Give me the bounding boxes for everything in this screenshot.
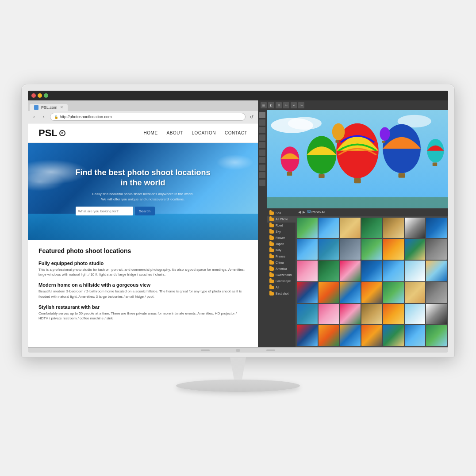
photo-thumb[interactable] — [340, 304, 361, 325]
tool-brush[interactable] — [259, 127, 265, 133]
search-input[interactable] — [76, 207, 133, 215]
sidebar-item-switzerland[interactable]: Switzerland — [267, 272, 296, 278]
forward-button[interactable]: › — [40, 113, 47, 120]
photo-thumb[interactable] — [383, 239, 404, 260]
photo-thumb[interactable] — [361, 239, 382, 260]
refresh-button[interactable]: ↺ — [248, 113, 255, 120]
grid-nav-next[interactable]: ▶ — [303, 210, 305, 214]
photo-thumb[interactable] — [319, 325, 339, 346]
thumb-inner — [383, 218, 404, 238]
search-button[interactable]: Search — [135, 207, 155, 215]
tool-text[interactable] — [259, 134, 265, 141]
sidebar-item-all-photo[interactable]: All Photo — [267, 216, 296, 223]
browser-tab[interactable]: PSL.com ✕ — [30, 104, 68, 111]
thumb-inner — [383, 261, 404, 281]
sidebar-item-best-shot[interactable]: Best shot — [267, 291, 296, 297]
sidebar-item-sky[interactable]: Sky — [267, 229, 296, 235]
tool-pen[interactable] — [259, 172, 265, 178]
svg-rect-13 — [433, 162, 437, 166]
minimize-btn[interactable] — [38, 93, 42, 98]
nav-contact[interactable]: CONTACT — [225, 131, 247, 135]
location-name: Stylish restaurant with bar — [38, 304, 247, 310]
address-bar[interactable]: 🔒 http://photoshootlocation.com — [50, 113, 246, 121]
tool-shape[interactable] — [259, 142, 265, 148]
photo-thumb[interactable] — [361, 218, 382, 238]
photo-thumb[interactable] — [340, 261, 361, 281]
nav-location[interactable]: LOCATION — [192, 131, 216, 135]
bottom-center-btn[interactable] — [236, 349, 240, 352]
photo-thumb[interactable] — [405, 218, 426, 238]
photo-thumb[interactable] — [426, 261, 447, 281]
sidebar-item-france[interactable]: France — [267, 253, 296, 260]
maximize-btn[interactable] — [44, 93, 48, 98]
svg-point-16 — [380, 127, 390, 141]
editor-tool-4[interactable]: ✂ — [283, 102, 289, 108]
photo-thumb[interactable] — [340, 239, 361, 260]
photo-thumb[interactable] — [405, 325, 426, 346]
photo-thumb[interactable] — [297, 325, 318, 346]
sidebar-item-flower[interactable]: Flower — [267, 235, 296, 241]
photo-thumb[interactable] — [361, 282, 382, 303]
photo-thumb[interactable] — [426, 218, 447, 238]
sidebar-item-all[interactable]: All — [267, 284, 296, 291]
thumb-inner — [383, 325, 404, 346]
editor-tool-6[interactable]: ↪ — [298, 102, 304, 108]
thumb-inner — [426, 218, 447, 238]
photo-thumb[interactable] — [361, 325, 382, 346]
photo-thumb[interactable] — [383, 304, 404, 325]
photo-thumb[interactable] — [340, 325, 361, 346]
close-btn[interactable] — [31, 93, 36, 98]
photo-thumb[interactable] — [426, 304, 447, 325]
photo-thumb[interactable] — [361, 304, 382, 325]
photo-thumb[interactable] — [319, 304, 339, 325]
sidebar-item-landscape[interactable]: Landscape — [267, 278, 296, 284]
photo-thumb[interactable] — [319, 239, 339, 260]
editor-tool-2[interactable]: ◧ — [268, 102, 274, 108]
tool-eraser[interactable] — [259, 180, 265, 186]
photo-thumb[interactable] — [405, 261, 426, 281]
sidebar-item-italy[interactable]: Italy — [267, 247, 296, 253]
photo-thumb[interactable] — [297, 239, 318, 260]
photo-thumb[interactable] — [405, 282, 426, 303]
tab-close-icon[interactable]: ✕ — [60, 105, 63, 109]
photo-thumb[interactable] — [297, 261, 318, 281]
hero-subtitle: Easily find beautiful photo shoot locati… — [76, 192, 211, 202]
photo-thumb[interactable] — [426, 282, 447, 303]
photo-thumb[interactable] — [426, 325, 447, 346]
photo-thumb[interactable] — [319, 218, 339, 238]
tool-eyedropper[interactable] — [259, 157, 265, 163]
photo-thumb[interactable] — [297, 218, 318, 238]
editor-tool-3[interactable]: ⊞ — [276, 102, 282, 108]
grid-nav-prev[interactable]: ◀ — [298, 210, 301, 214]
sidebar-item-road[interactable]: Road — [267, 223, 296, 229]
photo-thumb[interactable] — [383, 282, 404, 303]
photo-thumb[interactable] — [297, 282, 318, 303]
photo-thumb[interactable] — [426, 239, 447, 260]
sidebar-item-china[interactable]: China — [267, 260, 296, 266]
nav-about[interactable]: ABOUT — [167, 131, 183, 135]
photo-thumb[interactable] — [383, 261, 404, 281]
photo-thumb[interactable] — [383, 325, 404, 346]
photo-thumb[interactable] — [361, 261, 382, 281]
sidebar-item-america[interactable]: America — [267, 266, 296, 272]
photo-thumb[interactable] — [319, 282, 339, 303]
tool-zoom[interactable] — [259, 150, 265, 156]
photo-thumb[interactable] — [405, 239, 426, 260]
sidebar-item-sea[interactable]: Sea — [267, 210, 296, 216]
photo-thumb[interactable] — [319, 261, 339, 281]
photo-thumb[interactable] — [383, 218, 404, 238]
tool-crop[interactable] — [259, 119, 265, 126]
nav-home[interactable]: HOME — [144, 131, 158, 135]
sidebar-item-japan[interactable]: Japan — [267, 241, 296, 247]
photo-thumb[interactable] — [340, 282, 361, 303]
tool-select[interactable] — [259, 112, 265, 118]
editor-tool-1[interactable]: ▤ — [261, 102, 267, 108]
photo-thumb[interactable] — [340, 218, 361, 238]
canvas-top[interactable] — [267, 110, 448, 208]
back-button[interactable]: ‹ — [31, 113, 38, 120]
folder-icon — [269, 267, 274, 271]
tool-move[interactable] — [259, 165, 265, 171]
editor-tool-5[interactable]: ↩ — [291, 102, 297, 108]
photo-thumb[interactable] — [297, 304, 318, 325]
photo-thumb[interactable] — [405, 304, 426, 325]
